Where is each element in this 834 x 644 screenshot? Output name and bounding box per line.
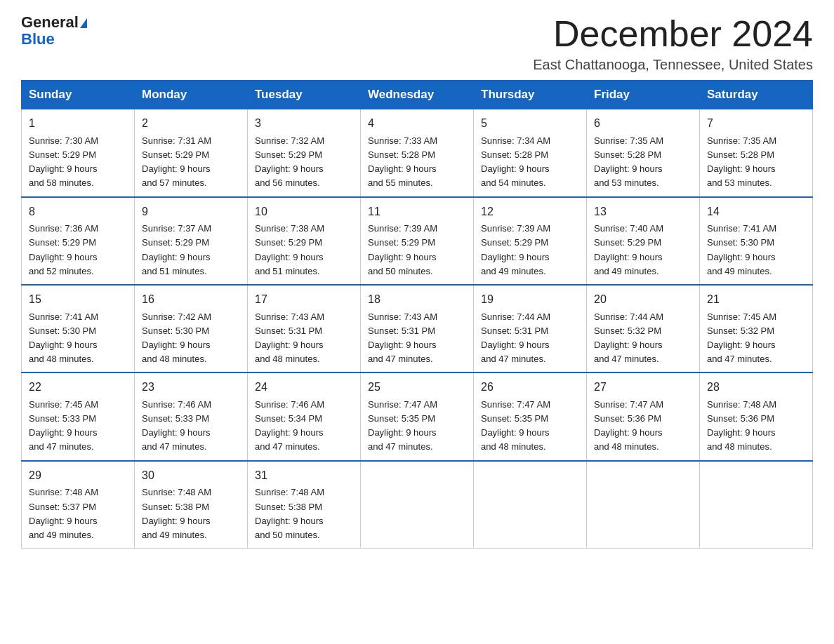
calendar-cell: 2Sunrise: 7:31 AMSunset: 5:29 PMDaylight… [135,109,248,197]
month-title: December 2024 [533,14,813,54]
cell-info: Sunrise: 7:46 AMSunset: 5:34 PMDaylight:… [255,398,353,455]
calendar-cell: 24Sunrise: 7:46 AMSunset: 5:34 PMDayligh… [248,373,361,460]
calendar-cell: 15Sunrise: 7:41 AMSunset: 5:30 PMDayligh… [22,285,135,373]
location-subtitle: East Chattanooga, Tennessee, United Stat… [533,57,813,73]
day-number: 24 [255,379,353,396]
logo-text: General Blue [21,14,87,48]
day-number: 10 [255,203,353,221]
calendar-cell: 6Sunrise: 7:35 AMSunset: 5:28 PMDaylight… [587,109,700,197]
calendar-cell: 18Sunrise: 7:43 AMSunset: 5:31 PMDayligh… [361,285,474,373]
cell-info: Sunrise: 7:33 AMSunset: 5:28 PMDaylight:… [368,134,466,191]
cell-info: Sunrise: 7:46 AMSunset: 5:33 PMDaylight:… [142,398,240,455]
calendar-cell: 5Sunrise: 7:34 AMSunset: 5:28 PMDaylight… [474,109,587,197]
cell-info: Sunrise: 7:45 AMSunset: 5:33 PMDaylight:… [29,398,127,455]
cell-info: Sunrise: 7:30 AMSunset: 5:29 PMDaylight:… [29,134,127,191]
cell-info: Sunrise: 7:41 AMSunset: 5:30 PMDaylight:… [707,222,805,279]
day-number: 23 [142,379,240,396]
day-number: 13 [594,203,692,221]
calendar-week-row: 22Sunrise: 7:45 AMSunset: 5:33 PMDayligh… [22,373,813,460]
weekday-header-wednesday: Wednesday [361,81,474,109]
calendar-cell: 23Sunrise: 7:46 AMSunset: 5:33 PMDayligh… [135,373,248,460]
cell-info: Sunrise: 7:43 AMSunset: 5:31 PMDaylight:… [255,310,353,367]
day-number: 28 [707,379,805,396]
day-number: 2 [142,115,240,133]
day-number: 30 [142,467,240,485]
cell-info: Sunrise: 7:36 AMSunset: 5:29 PMDaylight:… [29,222,127,279]
weekday-header-saturday: Saturday [700,81,813,109]
page-header: General Blue December 2024 East Chattano… [21,14,813,73]
weekday-header-row: SundayMondayTuesdayWednesdayThursdayFrid… [22,81,813,109]
day-number: 12 [481,203,579,221]
calendar-cell: 7Sunrise: 7:35 AMSunset: 5:28 PMDaylight… [700,109,813,197]
day-number: 16 [142,291,240,309]
calendar-cell: 29Sunrise: 7:48 AMSunset: 5:37 PMDayligh… [22,461,135,549]
cell-info: Sunrise: 7:35 AMSunset: 5:28 PMDaylight:… [707,134,805,191]
calendar-cell: 16Sunrise: 7:42 AMSunset: 5:30 PMDayligh… [135,285,248,373]
calendar-cell: 22Sunrise: 7:45 AMSunset: 5:33 PMDayligh… [22,373,135,460]
day-number: 8 [29,203,127,221]
cell-info: Sunrise: 7:41 AMSunset: 5:30 PMDaylight:… [29,310,127,367]
day-number: 21 [707,291,805,309]
day-number: 3 [255,115,353,133]
calendar-cell: 12Sunrise: 7:39 AMSunset: 5:29 PMDayligh… [474,197,587,285]
cell-info: Sunrise: 7:31 AMSunset: 5:29 PMDaylight:… [142,134,240,191]
day-number: 31 [255,467,353,485]
title-area: December 2024 East Chattanooga, Tennesse… [533,14,813,73]
logo: General Blue [21,14,87,48]
day-number: 29 [29,467,127,485]
calendar-week-row: 15Sunrise: 7:41 AMSunset: 5:30 PMDayligh… [22,285,813,373]
calendar-cell [700,461,813,549]
logo-triangle-icon [80,18,87,28]
calendar-cell: 26Sunrise: 7:47 AMSunset: 5:35 PMDayligh… [474,373,587,460]
calendar-cell: 25Sunrise: 7:47 AMSunset: 5:35 PMDayligh… [361,373,474,460]
calendar-table: SundayMondayTuesdayWednesdayThursdayFrid… [21,80,813,549]
cell-info: Sunrise: 7:42 AMSunset: 5:30 PMDaylight:… [142,310,240,367]
calendar-cell: 17Sunrise: 7:43 AMSunset: 5:31 PMDayligh… [248,285,361,373]
weekday-header-friday: Friday [587,81,700,109]
cell-info: Sunrise: 7:45 AMSunset: 5:32 PMDaylight:… [707,310,805,367]
cell-info: Sunrise: 7:37 AMSunset: 5:29 PMDaylight:… [142,222,240,279]
cell-info: Sunrise: 7:35 AMSunset: 5:28 PMDaylight:… [594,134,692,191]
calendar-cell: 11Sunrise: 7:39 AMSunset: 5:29 PMDayligh… [361,197,474,285]
cell-info: Sunrise: 7:48 AMSunset: 5:37 PMDaylight:… [29,485,127,542]
calendar-cell: 9Sunrise: 7:37 AMSunset: 5:29 PMDaylight… [135,197,248,285]
day-number: 20 [594,291,692,309]
cell-info: Sunrise: 7:38 AMSunset: 5:29 PMDaylight:… [255,222,353,279]
cell-info: Sunrise: 7:48 AMSunset: 5:38 PMDaylight:… [255,485,353,542]
day-number: 5 [481,115,579,133]
day-number: 4 [368,115,466,133]
logo-blue-text: Blue [21,30,55,48]
calendar-cell: 27Sunrise: 7:47 AMSunset: 5:36 PMDayligh… [587,373,700,460]
cell-info: Sunrise: 7:39 AMSunset: 5:29 PMDaylight:… [481,222,579,279]
cell-info: Sunrise: 7:34 AMSunset: 5:28 PMDaylight:… [481,134,579,191]
calendar-cell: 10Sunrise: 7:38 AMSunset: 5:29 PMDayligh… [248,197,361,285]
weekday-header-thursday: Thursday [474,81,587,109]
cell-info: Sunrise: 7:44 AMSunset: 5:32 PMDaylight:… [594,310,692,367]
day-number: 1 [29,115,127,133]
calendar-cell: 20Sunrise: 7:44 AMSunset: 5:32 PMDayligh… [587,285,700,373]
calendar-cell: 3Sunrise: 7:32 AMSunset: 5:29 PMDaylight… [248,109,361,197]
day-number: 26 [481,379,579,396]
cell-info: Sunrise: 7:40 AMSunset: 5:29 PMDaylight:… [594,222,692,279]
calendar-cell: 19Sunrise: 7:44 AMSunset: 5:31 PMDayligh… [474,285,587,373]
day-number: 9 [142,203,240,221]
cell-info: Sunrise: 7:43 AMSunset: 5:31 PMDaylight:… [368,310,466,367]
calendar-cell: 31Sunrise: 7:48 AMSunset: 5:38 PMDayligh… [248,461,361,549]
calendar-week-row: 29Sunrise: 7:48 AMSunset: 5:37 PMDayligh… [22,461,813,549]
calendar-cell [361,461,474,549]
day-number: 15 [29,291,127,309]
calendar-cell [587,461,700,549]
calendar-cell: 21Sunrise: 7:45 AMSunset: 5:32 PMDayligh… [700,285,813,373]
cell-info: Sunrise: 7:39 AMSunset: 5:29 PMDaylight:… [368,222,466,279]
day-number: 25 [368,379,466,396]
day-number: 11 [368,203,466,221]
calendar-cell: 28Sunrise: 7:48 AMSunset: 5:36 PMDayligh… [700,373,813,460]
day-number: 27 [594,379,692,396]
calendar-cell: 4Sunrise: 7:33 AMSunset: 5:28 PMDaylight… [361,109,474,197]
cell-info: Sunrise: 7:47 AMSunset: 5:36 PMDaylight:… [594,398,692,455]
calendar-cell: 8Sunrise: 7:36 AMSunset: 5:29 PMDaylight… [22,197,135,285]
cell-info: Sunrise: 7:44 AMSunset: 5:31 PMDaylight:… [481,310,579,367]
calendar-cell [474,461,587,549]
calendar-cell: 13Sunrise: 7:40 AMSunset: 5:29 PMDayligh… [587,197,700,285]
calendar-cell: 1Sunrise: 7:30 AMSunset: 5:29 PMDaylight… [22,109,135,197]
